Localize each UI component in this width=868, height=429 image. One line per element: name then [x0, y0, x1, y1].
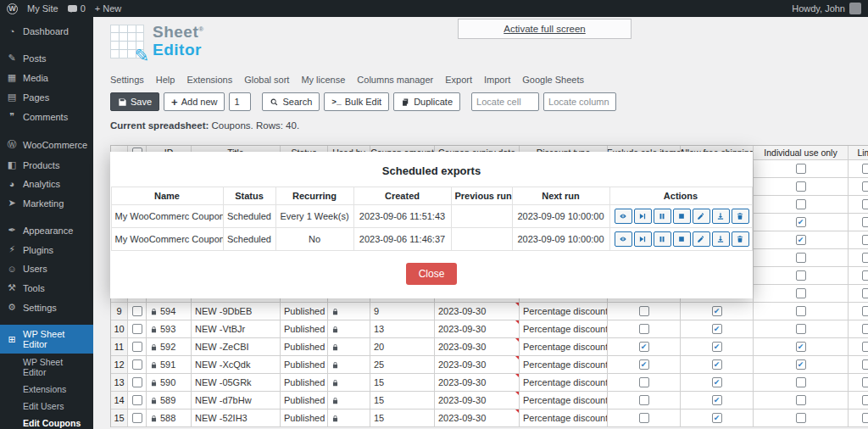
limit-checkbox[interactable] — [862, 306, 868, 316]
limit-cell[interactable] — [849, 160, 868, 178]
discount-type-cell[interactable]: Percentage discount — [520, 392, 608, 410]
individual-use-cell[interactable]: ✔ — [754, 338, 849, 356]
status-cell[interactable]: Published — [281, 410, 328, 427]
limit-checkbox[interactable] — [862, 164, 868, 174]
id-cell[interactable]: 590 — [147, 374, 192, 392]
row-number[interactable]: 14 — [111, 392, 128, 410]
title-cell[interactable]: NEW -XcQdk — [192, 356, 281, 374]
row-number[interactable]: 11 — [111, 338, 128, 356]
row-checkbox[interactable] — [132, 306, 142, 316]
title-cell[interactable]: NEW -VtBJr — [192, 320, 281, 338]
row-number[interactable]: 12 — [111, 356, 128, 374]
limit-cell[interactable] — [849, 214, 868, 231]
coupon-amount-cell[interactable]: 15 — [370, 374, 435, 392]
id-cell[interactable]: 594 — [147, 303, 192, 320]
expiry-date-cell[interactable]: 2023-09-30 — [435, 374, 520, 392]
download-button[interactable] — [712, 209, 730, 224]
expiry-date-cell[interactable]: 2023-09-30 — [435, 338, 520, 356]
limit-checkbox[interactable] — [862, 413, 868, 423]
individual-use-cell[interactable] — [754, 285, 849, 303]
row-checkbox[interactable] — [132, 359, 142, 370]
add-count-input[interactable] — [229, 92, 251, 111]
title-cell[interactable]: NEW -ZeCBI — [192, 338, 281, 356]
row-select-cell[interactable] — [128, 410, 147, 427]
pause-button[interactable] — [654, 209, 671, 224]
sidebar-item-media[interactable]: ▦Media — [0, 68, 93, 87]
individual-use-checkbox[interactable] — [796, 288, 806, 298]
stop-button[interactable] — [673, 231, 691, 247]
individual-use-checkbox[interactable] — [796, 324, 806, 334]
discount-type-cell[interactable]: Percentage discount — [520, 410, 608, 427]
coupon-amount-cell[interactable]: 20 — [370, 338, 435, 356]
row-checkbox[interactable] — [132, 413, 142, 423]
column-header[interactable]: Individual use only — [754, 146, 849, 160]
row-select-cell[interactable] — [128, 392, 147, 410]
locate-cell-input[interactable] — [471, 92, 539, 111]
comments-indicator[interactable]: 0 — [68, 3, 86, 14]
limit-checkbox[interactable] — [862, 253, 868, 263]
sidebar-item-dashboard[interactable]: ◔Dashboard — [0, 22, 93, 41]
sidebar-subitem-edit-users[interactable]: Edit Users — [0, 398, 93, 415]
expiry-date-cell[interactable]: 2023-09-30 — [435, 410, 520, 427]
download-button[interactable] — [712, 231, 730, 247]
row-number[interactable]: 13 — [111, 374, 128, 392]
sidebar-item-settings[interactable]: ⚙Settings — [0, 298, 93, 317]
free-shipping-checkbox[interactable]: ✔ — [712, 324, 722, 334]
discount-type-cell[interactable]: Percentage discount — [520, 320, 608, 338]
sidebar-item-analytics[interactable]: ◕Analytics — [0, 175, 93, 193]
used-by-cell[interactable] — [328, 410, 370, 427]
pause-button[interactable] — [654, 231, 671, 247]
sidebar-item-appearance[interactable]: ✒Appearance — [0, 220, 93, 240]
coupon-amount-cell[interactable]: 13 — [370, 320, 435, 338]
individual-use-cell[interactable] — [754, 267, 849, 285]
limit-checkbox[interactable] — [862, 359, 868, 370]
free-shipping-cell[interactable]: ✔ — [681, 356, 754, 374]
discount-type-cell[interactable]: Percentage discount — [520, 338, 608, 356]
sidebar-item-marketing[interactable]: ➤Marketing — [0, 193, 93, 213]
individual-use-checkbox[interactable] — [796, 306, 806, 316]
individual-use-cell[interactable]: ✔ — [754, 356, 849, 374]
menu-item-export[interactable]: Export — [445, 75, 472, 85]
view-button[interactable] — [615, 231, 632, 247]
individual-use-checkbox[interactable]: ✔ — [796, 217, 806, 227]
exclude-sale-checkbox[interactable] — [639, 395, 649, 405]
individual-use-checkbox[interactable] — [796, 164, 806, 174]
exclude-sale-checkbox[interactable] — [639, 324, 649, 334]
activate-fullscreen-link[interactable]: Activate full screen — [504, 24, 586, 34]
expiry-date-cell[interactable]: 2023-09-30 — [435, 303, 520, 320]
individual-use-checkbox[interactable] — [796, 377, 806, 387]
id-cell[interactable]: 592 — [147, 338, 192, 356]
add-new-button[interactable]: +Add new — [164, 92, 225, 111]
exclude-sale-checkbox[interactable] — [639, 413, 649, 423]
exclude-sale-items-cell[interactable] — [608, 320, 681, 338]
sidebar-item-pages[interactable]: ▤Pages — [0, 87, 93, 107]
sidebar-subitem-edit-coupons[interactable]: Edit Coupons — [0, 415, 93, 429]
free-shipping-checkbox[interactable]: ✔ — [712, 359, 722, 370]
edit-button[interactable] — [693, 231, 710, 247]
stop-button[interactable] — [673, 209, 691, 224]
row-checkbox[interactable] — [132, 324, 142, 334]
limit-checkbox[interactable] — [862, 377, 868, 387]
id-cell[interactable]: 588 — [147, 410, 192, 427]
row-number[interactable]: 15 — [111, 410, 128, 427]
limit-cell[interactable] — [849, 303, 868, 320]
used-by-cell[interactable] — [328, 320, 370, 338]
individual-use-checkbox[interactable]: ✔ — [796, 235, 806, 245]
status-cell[interactable]: Published — [281, 320, 328, 338]
row-checkbox[interactable] — [132, 377, 142, 387]
exclude-sale-checkbox[interactable] — [639, 306, 649, 316]
individual-use-checkbox[interactable] — [796, 395, 806, 405]
row-select-cell[interactable] — [128, 374, 147, 392]
avatar[interactable] — [849, 3, 861, 14]
menu-item-settings[interactable]: Settings — [110, 75, 144, 85]
individual-use-checkbox[interactable] — [796, 253, 806, 263]
status-cell[interactable]: Published — [281, 356, 328, 374]
individual-use-checkbox[interactable]: ✔ — [796, 359, 806, 370]
menu-item-global-sort[interactable]: Global sort — [244, 75, 289, 85]
coupon-amount-cell[interactable]: 15 — [370, 410, 435, 427]
coupon-amount-cell[interactable]: 25 — [370, 356, 435, 374]
exclude-sale-items-cell[interactable]: ✔ — [608, 356, 681, 374]
title-cell[interactable]: NEW -05GRk — [192, 374, 281, 392]
row-number[interactable]: 9 — [111, 303, 128, 320]
title-cell[interactable]: NEW -9DbEB — [192, 303, 281, 320]
